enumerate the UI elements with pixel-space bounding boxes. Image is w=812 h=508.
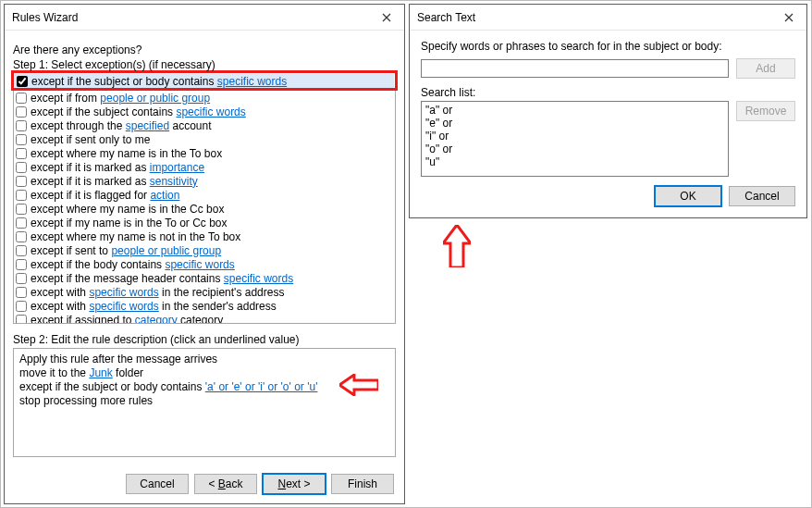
exception-text-pre: except if it is marked as [31,175,150,188]
exception-row[interactable]: except if it is marked as importance [14,160,395,174]
exception-text-pre: except if the message header contains [31,272,224,285]
cancel-button[interactable]: Cancel [126,474,189,494]
exception-text-pre: except if from [31,92,100,105]
exception-row[interactable]: except if the message header contains sp… [14,271,395,285]
exception-link[interactable]: sensitivity [150,175,198,188]
exception-row[interactable]: except where my name is in the Cc box [14,202,395,216]
search-text-titlebar: Search Text [410,5,806,31]
exception-text-pre: except where my name is not in the To bo… [31,230,240,243]
next-button[interactable]: Next > [263,474,326,494]
exception-checkbox[interactable] [16,120,27,131]
exception-checkbox[interactable] [16,162,27,173]
exception-checkbox[interactable] [16,93,27,104]
exception-row[interactable]: except if the body contains specific wor… [14,257,395,271]
exception-link[interactable]: people or public group [111,244,221,257]
step1-label: Step 1: Select exception(s) (if necessar… [13,58,396,71]
search-list-label: Search list: [421,86,795,99]
exception-link[interactable]: specified [126,119,169,132]
exception-row[interactable]: except where my name is in the To box [14,146,395,160]
exception-checkbox[interactable] [16,231,27,242]
search-list-item[interactable]: "i" or [425,130,724,142]
exception-text-pre: except if sent only to me [31,133,150,146]
exception-text-pre: except if the subject or body contains [31,75,217,88]
exceptions-question: Are there any exceptions? [13,43,396,56]
search-list[interactable]: "a" or"e" or"i" or"o" or"u" [421,101,729,177]
exception-checkbox[interactable] [16,287,27,298]
exception-row[interactable]: except if from people or public group [14,91,395,105]
exception-checkbox[interactable] [16,301,27,312]
exception-text-pre: except if my name is in the To or Cc box [31,217,228,229]
exception-checkbox[interactable] [16,259,27,270]
exception-link[interactable]: specific words [217,75,287,88]
exception-link[interactable]: specific words [176,105,245,118]
exception-row[interactable]: except where my name is not in the To bo… [14,229,395,243]
exception-text-pre: except with [31,300,89,313]
specific-words-value-link[interactable]: 'a' or 'e' or 'i' or 'o' or 'u' [205,380,318,393]
desc-line-2-pre: move it to the [19,366,89,379]
search-prompt: Specify words or phrases to search for i… [421,40,795,53]
exception-checkbox[interactable] [17,76,28,87]
exception-checkbox[interactable] [16,134,27,145]
exception-link[interactable]: specific words [165,258,234,271]
rule-description-box: Apply this rule after the message arrive… [13,348,396,457]
search-list-item[interactable]: "a" or [425,104,724,117]
step2-label: Step 2: Edit the rule description (click… [13,333,396,346]
back-button[interactable]: < Back [194,474,257,494]
close-icon[interactable] [771,5,806,31]
wizard-buttons: Cancel < Back Next > Finish [13,474,396,494]
desc-line-1: Apply this rule after the message arrive… [19,353,389,366]
exception-row[interactable]: except if it is flagged for action [14,188,395,202]
ok-button[interactable]: OK [655,186,721,206]
exception-checkbox[interactable] [16,245,27,256]
close-icon[interactable] [369,5,404,31]
exception-text-pre: except if it is marked as [31,161,150,174]
exception-row[interactable]: except if the subject or body contains s… [15,74,394,88]
rules-wizard-titlebar: Rules Wizard [5,5,404,31]
cancel-button[interactable]: Cancel [729,186,795,206]
remove-button[interactable]: Remove [736,101,795,121]
desc-line-4: stop processing more rules [19,394,389,408]
exception-list[interactable]: except if from people or public groupexc… [13,91,396,324]
add-button[interactable]: Add [736,58,795,79]
exception-text-post: account [169,119,211,132]
exception-link[interactable]: specific words [89,286,158,299]
search-list-item[interactable]: "u" [425,155,724,168]
exception-row[interactable]: except if assigned to category category [14,313,395,324]
exception-checkbox[interactable] [16,273,27,284]
exception-link[interactable]: specific words [224,272,293,285]
exception-text-pre: except with [31,286,89,299]
finish-button[interactable]: Finish [331,474,394,494]
exception-link[interactable]: importance [150,161,204,174]
exception-checkbox[interactable] [16,106,27,118]
exception-row[interactable]: except with specific words in the recipi… [14,285,395,299]
exception-row[interactable]: except if the subject contains specific … [14,105,395,118]
exception-text-pre: except if the body contains [31,258,165,271]
desc-line-3-pre: except if the subject or body contains [19,380,205,393]
exception-link[interactable]: people or public group [100,92,210,105]
exception-checkbox[interactable] [16,217,27,229]
exception-row[interactable]: except with specific words in the sender… [14,299,395,313]
exception-checkbox[interactable] [16,148,27,159]
exception-row[interactable]: except through the specified account [14,118,395,132]
search-text-window: Search Text Specify words or phrases to … [409,4,807,218]
desc-line-2-post: folder [113,366,143,379]
exception-row[interactable]: except if sent only to me [14,132,395,146]
exception-link[interactable]: action [150,189,179,202]
exception-checkbox[interactable] [16,190,27,201]
exception-row[interactable]: except if sent to people or public group [14,243,395,257]
exception-checkbox[interactable] [16,315,27,325]
search-input[interactable] [421,59,729,78]
exception-row[interactable]: except if my name is in the To or Cc box [14,216,395,229]
exception-checkbox[interactable] [16,176,27,187]
exception-row[interactable]: except if it is marked as sensitivity [14,174,395,188]
exception-link[interactable]: specific words [89,300,158,313]
exception-link[interactable]: category [135,314,178,325]
exception-text-pre: except where my name is in the To box [31,147,222,160]
exception-text-post: category [178,314,223,325]
exception-checkbox[interactable] [16,204,27,215]
rules-wizard-title: Rules Wizard [12,11,369,24]
search-list-item[interactable]: "e" or [425,117,724,130]
search-list-item[interactable]: "o" or [425,142,724,155]
exception-text-post: in the recipient's address [159,286,285,299]
junk-folder-link[interactable]: Junk [89,366,112,379]
